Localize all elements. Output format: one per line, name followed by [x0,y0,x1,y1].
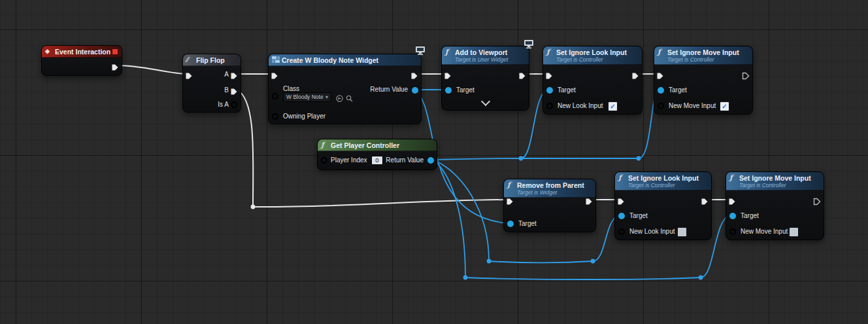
is-a-bool-pin[interactable] [231,101,237,108]
node-add-to-viewport[interactable]: ƒ Add to Viewport Target is User Widget … [441,46,529,111]
data-reroute-dot[interactable] [637,156,641,161]
node-set-ignore-move-input-bottom[interactable]: ƒ Set Ignore Move Input Target is Contro… [726,171,824,240]
node-set-ignore-look-input-top[interactable]: ƒ Set Ignore Look Input Target is Contro… [542,46,643,115]
target-pin[interactable] [546,87,553,94]
exec-in-pin[interactable] [506,196,514,204]
pin-label-b: B [224,86,229,94]
node-title: Add to Viewport [455,48,507,56]
node-title: Get Player Controller [331,141,399,149]
node-flip-flop[interactable]: ⁄⁄ Flip Flop A B Is A [182,54,241,113]
node-subtitle: Target is Controller [556,56,637,63]
player-index-input[interactable]: 0 [371,156,383,165]
exec-in-pin[interactable] [617,196,625,204]
exec-out-pin[interactable] [631,71,639,79]
exec-out-pin[interactable] [410,71,418,79]
target-label: Target [669,86,687,94]
exec-out-pin[interactable] [742,71,750,79]
node-header: Create W Bloody Note Widget [269,54,421,66]
target-pin[interactable] [729,213,736,219]
node-title: Set Ignore Look Input [556,48,627,56]
expand-advanced-chevron-icon[interactable] [481,97,490,106]
data-reroute-dot[interactable] [519,156,524,161]
pin-label-a: A [224,71,229,79]
node-subtitle: Target is User Widget [455,56,524,63]
return-value-pin[interactable] [412,87,418,94]
browse-asset-icon[interactable] [346,93,353,105]
new-look-input-bool-pin[interactable] [546,103,553,109]
exec-in-pin[interactable] [656,71,664,79]
node-subtitle: Target is Widget [517,189,590,196]
class-dropdown-value: W Bloody Note [286,94,324,100]
data-wire [465,278,701,279]
data-reroute-dot[interactable] [487,259,492,264]
new-look-input-checkbox[interactable] [677,227,687,237]
new-move-input-label: New Move Input [741,228,788,236]
node-title: Create W Bloody Note Widget [282,56,378,64]
target-label: Target [518,220,537,228]
exec-in-pin[interactable] [185,71,193,79]
function-icon: ƒ [507,181,516,189]
target-pin[interactable] [618,213,625,219]
target-pin[interactable] [658,87,664,94]
node-header: ƒ Get Player Controller [318,139,437,151]
target-label: Target [558,86,576,94]
pin-label-is-a: Is A [218,101,229,109]
data-wire [433,160,465,278]
new-move-input-bool-pin[interactable] [658,103,664,109]
use-selected-icon[interactable] [336,93,343,105]
exec-in-pin[interactable] [271,71,278,79]
node-title: Set Ignore Move Input [667,48,739,56]
player-index-pin[interactable] [321,157,327,164]
node-remove-from-parent[interactable]: ƒ Remove from Parent Target is Widget Ta… [503,179,596,232]
player-index-label: Player Index [331,156,367,164]
class-pin[interactable] [272,93,278,99]
node-set-ignore-look-input-bottom[interactable]: ƒ Set Ignore Look Input Target is Contro… [614,171,712,240]
return-value-label: Return Value [370,86,408,94]
class-dropdown[interactable]: W Bloody Note▾ [283,92,331,102]
exec-wire [253,200,506,207]
exec-in-pin[interactable] [545,71,553,79]
exec-out-a-pin[interactable] [230,71,238,79]
exec-out-pin[interactable] [813,196,821,204]
target-label: Target [629,212,648,220]
return-value-pin[interactable] [427,157,434,164]
node-header: ƒ Set Ignore Move Input Target is Contro… [726,172,824,190]
node-event-interaction[interactable]: ◆ Event Interaction [41,45,122,76]
node-get-player-controller[interactable]: ƒ Get Player Controller Player Index 0 R… [317,139,437,170]
data-reroute-dot[interactable] [699,276,703,280]
exec-out-pin[interactable] [111,62,119,70]
exec-wire [118,65,186,74]
owning-player-label: Owning Player [283,113,326,120]
data-reroute-dot[interactable] [463,276,468,280]
exec-out-pin[interactable] [585,196,593,204]
node-subtitle: Target is Controller [739,182,818,189]
exec-out-pin[interactable] [701,196,709,204]
target-pin[interactable] [507,221,514,227]
exec-in-pin[interactable] [728,196,736,204]
function-icon: ƒ [445,48,454,56]
owning-player-pin[interactable] [272,113,278,120]
function-icon: ƒ [658,48,666,56]
node-title: Remove from Parent [517,181,584,189]
exec-reroute-dot[interactable] [251,205,256,209]
event-diamond-icon: ◆ [45,47,54,56]
new-move-input-checkbox[interactable] [789,227,799,237]
target-pin[interactable] [445,87,452,94]
node-title: Set Ignore Look Input [628,174,699,182]
node-create-widget[interactable]: Create W Bloody Note Widget Class W Bloo… [268,54,422,124]
dropdown-caret-icon: ▾ [326,94,328,100]
node-set-ignore-move-input-top[interactable]: ƒ Set Ignore Move Input Target is Contro… [654,46,753,115]
new-move-input-checkbox[interactable]: ✓ [720,101,729,111]
function-icon: ƒ [618,173,627,182]
exec-out-b-pin[interactable] [230,86,238,94]
data-reroute-dot[interactable] [591,259,595,264]
node-header: ƒ Set Ignore Look Input Target is Contro… [615,172,711,190]
data-wire [433,158,639,160]
new-look-input-checkbox[interactable]: ✓ [608,101,618,111]
node-header: ƒ Set Ignore Look Input Target is Contro… [543,46,642,65]
exec-out-pin[interactable] [518,71,526,79]
new-move-input-bool-pin[interactable] [729,228,736,235]
exec-in-pin[interactable] [444,71,452,79]
new-look-input-bool-pin[interactable] [618,228,625,235]
blueprint-graph-canvas[interactable]: ◆ Event Interaction ⁄⁄ Flip Flop A B Is … [0,0,868,324]
